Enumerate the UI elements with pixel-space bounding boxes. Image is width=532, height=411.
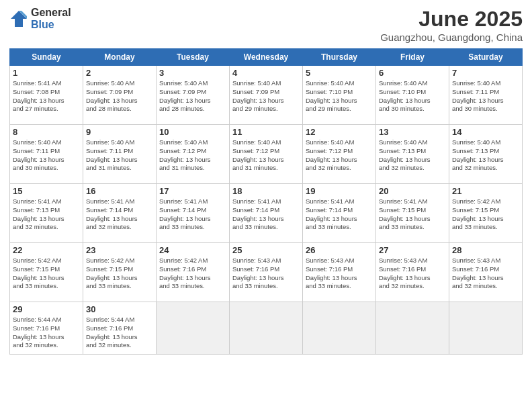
day-number: 15 [13,186,80,196]
day-number: 10 [159,127,226,137]
col-thursday: Thursday [303,49,376,66]
table-row: 16Sunrise: 5:41 AM Sunset: 7:14 PM Dayli… [83,184,157,243]
day-number: 24 [159,245,226,255]
day-info: Sunrise: 5:42 AM Sunset: 7:15 PM Dayligh… [86,257,153,291]
day-info: Sunrise: 5:40 AM Sunset: 7:11 PM Dayligh… [13,138,80,173]
day-number: 29 [13,304,80,314]
table-row [376,302,449,355]
table-row [449,302,523,355]
week-row-5: 29Sunrise: 5:44 AM Sunset: 7:16 PM Dayli… [10,302,523,355]
col-monday: Monday [83,49,157,66]
table-row: 22Sunrise: 5:42 AM Sunset: 7:15 PM Dayli… [10,243,83,302]
day-info: Sunrise: 5:43 AM Sunset: 7:16 PM Dayligh… [452,257,519,291]
day-info: Sunrise: 5:41 AM Sunset: 7:14 PM Dayligh… [232,197,300,232]
table-row: 28Sunrise: 5:43 AM Sunset: 7:16 PM Dayli… [449,243,523,302]
day-number: 9 [86,127,153,137]
col-sunday: Sunday [10,49,83,66]
day-info: Sunrise: 5:42 AM Sunset: 7:15 PM Dayligh… [452,197,519,232]
day-info: Sunrise: 5:40 AM Sunset: 7:13 PM Dayligh… [379,138,446,173]
table-row: 12Sunrise: 5:40 AM Sunset: 7:12 PM Dayli… [303,125,376,184]
table-row: 23Sunrise: 5:42 AM Sunset: 7:15 PM Dayli… [83,243,157,302]
table-row: 17Sunrise: 5:41 AM Sunset: 7:14 PM Dayli… [157,184,230,243]
day-info: Sunrise: 5:40 AM Sunset: 7:13 PM Dayligh… [452,138,519,173]
title-area: June 2025 Guangzhou, Guangdong, China [380,7,523,43]
table-row: 21Sunrise: 5:42 AM Sunset: 7:15 PM Dayli… [449,184,523,243]
day-number: 20 [379,186,446,196]
day-number: 12 [306,127,373,137]
table-row: 25Sunrise: 5:43 AM Sunset: 7:16 PM Dayli… [230,243,303,302]
col-saturday: Saturday [449,49,523,66]
logo-general-text: General [31,7,71,19]
day-info: Sunrise: 5:40 AM Sunset: 7:09 PM Dayligh… [232,79,300,113]
table-row: 5Sunrise: 5:40 AM Sunset: 7:10 PM Daylig… [303,66,376,125]
day-info: Sunrise: 5:40 AM Sunset: 7:12 PM Dayligh… [159,138,226,173]
logo-blue-text: Blue [31,19,71,31]
day-number: 27 [379,245,446,255]
day-number: 30 [86,304,153,314]
day-info: Sunrise: 5:41 AM Sunset: 7:14 PM Dayligh… [86,197,153,232]
day-info: Sunrise: 5:41 AM Sunset: 7:08 PM Dayligh… [13,79,80,113]
day-info: Sunrise: 5:41 AM Sunset: 7:15 PM Dayligh… [379,197,446,232]
day-number: 2 [86,68,153,78]
day-info: Sunrise: 5:44 AM Sunset: 7:16 PM Dayligh… [13,316,80,350]
day-number: 25 [232,245,300,255]
day-info: Sunrise: 5:40 AM Sunset: 7:12 PM Dayligh… [232,138,300,173]
logo-text: General Blue [31,7,71,30]
day-number: 17 [159,186,226,196]
day-info: Sunrise: 5:40 AM Sunset: 7:11 PM Dayligh… [86,138,153,173]
day-number: 11 [232,127,300,137]
day-number: 28 [452,245,519,255]
day-info: Sunrise: 5:40 AM Sunset: 7:10 PM Dayligh… [306,79,373,113]
day-number: 19 [306,186,373,196]
day-info: Sunrise: 5:42 AM Sunset: 7:16 PM Dayligh… [159,257,226,291]
col-friday: Friday [376,49,449,66]
table-row: 29Sunrise: 5:44 AM Sunset: 7:16 PM Dayli… [10,302,83,355]
table-row: 8Sunrise: 5:40 AM Sunset: 7:11 PM Daylig… [10,125,83,184]
table-row: 2Sunrise: 5:40 AM Sunset: 7:09 PM Daylig… [83,66,157,125]
svg-marker-0 [11,11,27,27]
week-row-3: 15Sunrise: 5:41 AM Sunset: 7:13 PM Dayli… [10,184,523,243]
header-row: Sunday Monday Tuesday Wednesday Thursday… [10,49,523,66]
day-number: 14 [452,127,519,137]
day-info: Sunrise: 5:41 AM Sunset: 7:13 PM Dayligh… [13,197,80,232]
day-number: 3 [159,68,226,78]
week-row-1: 1Sunrise: 5:41 AM Sunset: 7:08 PM Daylig… [10,66,523,125]
table-row: 14Sunrise: 5:40 AM Sunset: 7:13 PM Dayli… [449,125,523,184]
day-number: 13 [379,127,446,137]
day-number: 18 [232,186,300,196]
day-info: Sunrise: 5:43 AM Sunset: 7:16 PM Dayligh… [379,257,446,291]
page: General Blue June 2025 Guangzhou, Guangd… [0,0,532,411]
table-row: 4Sunrise: 5:40 AM Sunset: 7:09 PM Daylig… [230,66,303,125]
col-wednesday: Wednesday [230,49,303,66]
day-info: Sunrise: 5:40 AM Sunset: 7:10 PM Dayligh… [379,79,446,113]
table-row: 26Sunrise: 5:43 AM Sunset: 7:16 PM Dayli… [303,243,376,302]
day-number: 23 [86,245,153,255]
week-row-4: 22Sunrise: 5:42 AM Sunset: 7:15 PM Dayli… [10,243,523,302]
table-row: 9Sunrise: 5:40 AM Sunset: 7:11 PM Daylig… [83,125,157,184]
calendar-subtitle: Guangzhou, Guangdong, China [380,32,523,43]
table-row: 10Sunrise: 5:40 AM Sunset: 7:12 PM Dayli… [157,125,230,184]
calendar-title: June 2025 [380,7,523,32]
day-info: Sunrise: 5:43 AM Sunset: 7:16 PM Dayligh… [306,257,373,291]
table-row: 27Sunrise: 5:43 AM Sunset: 7:16 PM Dayli… [376,243,449,302]
day-info: Sunrise: 5:41 AM Sunset: 7:14 PM Dayligh… [306,197,373,232]
day-info: Sunrise: 5:40 AM Sunset: 7:11 PM Dayligh… [452,79,519,113]
table-row: 15Sunrise: 5:41 AM Sunset: 7:13 PM Dayli… [10,184,83,243]
day-info: Sunrise: 5:40 AM Sunset: 7:09 PM Dayligh… [86,79,153,113]
day-number: 26 [306,245,373,255]
day-info: Sunrise: 5:43 AM Sunset: 7:16 PM Dayligh… [232,257,300,291]
day-number: 4 [232,68,300,78]
table-row: 11Sunrise: 5:40 AM Sunset: 7:12 PM Dayli… [230,125,303,184]
table-row: 30Sunrise: 5:44 AM Sunset: 7:16 PM Dayli… [83,302,157,355]
table-row [230,302,303,355]
table-row: 24Sunrise: 5:42 AM Sunset: 7:16 PM Dayli… [157,243,230,302]
table-row [303,302,376,355]
calendar-table: Sunday Monday Tuesday Wednesday Thursday… [9,48,523,355]
day-info: Sunrise: 5:44 AM Sunset: 7:16 PM Dayligh… [86,316,153,350]
day-number: 6 [379,68,446,78]
table-row: 18Sunrise: 5:41 AM Sunset: 7:14 PM Dayli… [230,184,303,243]
table-row: 7Sunrise: 5:40 AM Sunset: 7:11 PM Daylig… [449,66,523,125]
day-number: 16 [86,186,153,196]
day-number: 7 [452,68,519,78]
table-row: 6Sunrise: 5:40 AM Sunset: 7:10 PM Daylig… [376,66,449,125]
